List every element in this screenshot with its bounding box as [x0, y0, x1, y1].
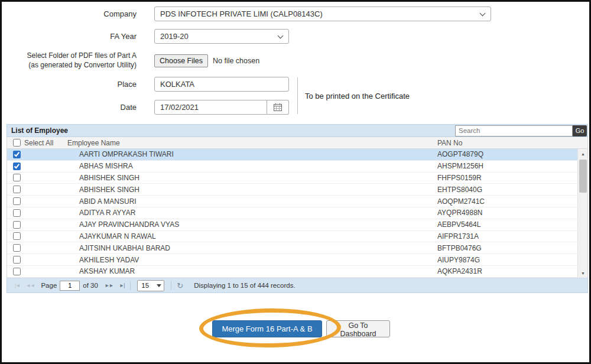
chevron-down-icon: [480, 10, 486, 16]
page-size-value: 15: [141, 282, 149, 289]
employee-name-cell: AJAY PRAVINCHANDRA VYAS: [67, 220, 437, 229]
row-checkbox[interactable]: [13, 151, 21, 158]
table-row[interactable]: ABID A MANSURI AOQPM2741C: [7, 196, 577, 207]
row-checkbox[interactable]: [13, 197, 21, 205]
vertical-scrollbar[interactable]: ▲ ▼: [577, 149, 587, 278]
date-input[interactable]: [154, 100, 267, 115]
row-select-cell: [7, 162, 67, 170]
next-page-button[interactable]: ►►: [102, 281, 116, 290]
choose-files-button[interactable]: Choose Files: [154, 54, 208, 67]
fa-year-select-value: 2019-20: [160, 32, 189, 41]
employee-name-cell: AJITSINH UKABHAI BARAD: [67, 244, 437, 252]
pan-no-header: PAN No: [437, 139, 587, 147]
employee-name-cell: ABID A MANSURI: [67, 197, 437, 206]
company-label: Company: [2, 9, 146, 18]
place-label: Place: [2, 80, 146, 89]
employee-name-header: Employee Name: [67, 139, 437, 147]
pan-cell: AYQPR4988N: [437, 209, 577, 217]
table-row[interactable]: AARTI OMPRAKASH TIWARI AOGPT4879Q: [7, 149, 577, 161]
last-page-button[interactable]: ►|: [116, 281, 128, 290]
employee-name-cell: AKSHAY KUMAR: [67, 267, 437, 275]
go-to-dashboard-button[interactable]: Go To Dashboard: [326, 320, 390, 337]
row-checkbox[interactable]: [13, 256, 21, 264]
employee-name-cell: ADITYA R AYYAR: [67, 209, 437, 217]
row-checkbox[interactable]: [13, 268, 21, 275]
merge-form16-page: Company PDS INFOTECH PRIVATE LIMI (CALP0…: [0, 0, 591, 364]
pagination-bar: |◄ ◄◄ Page of 30 ►► ►| 15 ↻ Displaying 1…: [7, 278, 588, 293]
company-select-value: PDS INFOTECH PRIVATE LIMI (CALP08143C): [160, 9, 323, 18]
chevron-down-icon: [278, 32, 284, 38]
row-checkbox[interactable]: [13, 209, 21, 217]
table-title-bar: List of Employee Go: [7, 124, 588, 137]
pdf-folder-label: Select Folder of PDF files of Part A (as…: [2, 51, 146, 70]
row-select-cell: [7, 151, 67, 158]
row-checkbox[interactable]: [13, 221, 21, 229]
merge-form16-button[interactable]: Merge Form 16 Part-A & B: [212, 320, 322, 337]
row-select-cell: [7, 174, 67, 181]
page-size-select[interactable]: 15: [137, 280, 164, 291]
company-select[interactable]: PDS INFOTECH PRIVATE LIMI (CALP08143C): [154, 6, 491, 21]
pager-divider: [171, 281, 171, 290]
company-row: Company PDS INFOTECH PRIVATE LIMI (CALP0…: [2, 6, 510, 21]
table-title: List of Employee: [11, 126, 68, 135]
row-checkbox[interactable]: [13, 162, 21, 170]
pan-cell: EHTPS8040G: [437, 186, 577, 194]
search-go-button[interactable]: Go: [573, 125, 587, 136]
employee-name-cell: AJAYKUMAR N RAWAL: [67, 232, 437, 240]
table-row[interactable]: ABHISHEK SINGH EHTPS8040G: [7, 184, 577, 196]
fa-year-select[interactable]: 2019-20: [154, 29, 289, 44]
pan-cell: AHSPM1256H: [437, 162, 577, 170]
records-status-text: Displaying 1 to 15 of 444 records.: [194, 282, 295, 289]
table-row[interactable]: AKSHAY KUMAR AQKPA2431R: [7, 266, 577, 278]
date-picker-button[interactable]: [267, 100, 289, 115]
select-all-checkbox[interactable]: [13, 139, 21, 147]
row-checkbox[interactable]: [13, 174, 21, 181]
calendar-icon: [274, 103, 282, 111]
employee-table: List of Employee Go Select All Employee …: [7, 124, 588, 293]
search-area: Go: [455, 125, 587, 136]
pager-divider: [130, 281, 131, 290]
select-all-label: Select All: [24, 139, 53, 147]
prev-page-button[interactable]: ◄◄: [23, 281, 38, 290]
employee-table-body: AARTI OMPRAKASH TIWARI AOGPT4879Q ABHAS …: [7, 149, 577, 278]
pan-cell: AEBPV5464L: [437, 220, 577, 229]
scroll-down-icon[interactable]: ▼: [578, 268, 588, 278]
page-label: Page: [41, 282, 57, 289]
current-page-input[interactable]: [60, 281, 80, 291]
place-row: Place: [2, 77, 510, 92]
row-select-cell: [7, 186, 67, 193]
table-body-region: AARTI OMPRAKASH TIWARI AOGPT4879Q ABHAS …: [7, 149, 588, 278]
pan-cell: AOQPM2741C: [437, 197, 577, 206]
pan-cell: AOGPT4879Q: [437, 150, 577, 158]
row-checkbox[interactable]: [13, 186, 21, 193]
place-input[interactable]: [154, 77, 289, 92]
employee-name-cell: ABHAS MISHRA: [67, 162, 437, 170]
first-page-button[interactable]: |◄: [12, 281, 23, 290]
row-select-cell: [7, 221, 67, 229]
employee-name-cell: ABHISHEK SINGH: [67, 186, 437, 194]
date-group: [154, 100, 289, 115]
pan-cell: AIUPY9874G: [437, 256, 577, 264]
row-select-cell: [7, 256, 67, 264]
scroll-up-icon[interactable]: ▲: [578, 149, 588, 158]
table-row[interactable]: ABHISHEK SINGH FHFPS0159R: [7, 173, 577, 184]
table-row[interactable]: AKHILESH YADAV AIUPY9874G: [7, 254, 577, 266]
fa-year-row: FA Year 2019-20: [2, 29, 510, 44]
search-input[interactable]: [455, 125, 573, 136]
table-row[interactable]: ADITYA R AYYAR AYQPR4988N: [7, 207, 577, 219]
refresh-icon[interactable]: ↻: [174, 281, 186, 290]
page-count-label: of 30: [83, 282, 98, 289]
chevron-down-icon: [157, 284, 161, 287]
scrollbar-thumb[interactable]: [579, 160, 587, 193]
row-checkbox[interactable]: [13, 232, 21, 240]
row-checkbox[interactable]: [13, 244, 21, 252]
fa-year-label: FA Year: [2, 32, 146, 41]
table-row[interactable]: AJAY PRAVINCHANDRA VYAS AEBPV5464L: [7, 219, 577, 231]
employee-name-cell: ABHISHEK SINGH: [67, 174, 437, 182]
table-row[interactable]: ABHAS MISHRA AHSPM1256H: [7, 161, 577, 173]
pan-cell: AIFPR1731A: [437, 232, 577, 240]
table-row[interactable]: AJITSINH UKABHAI BARAD BFTPB0476G: [7, 242, 577, 254]
pan-cell: BFTPB0476G: [437, 244, 577, 252]
table-row[interactable]: AJAYKUMAR N RAWAL AIFPR1731A: [7, 231, 577, 243]
date-label: Date: [2, 103, 146, 112]
